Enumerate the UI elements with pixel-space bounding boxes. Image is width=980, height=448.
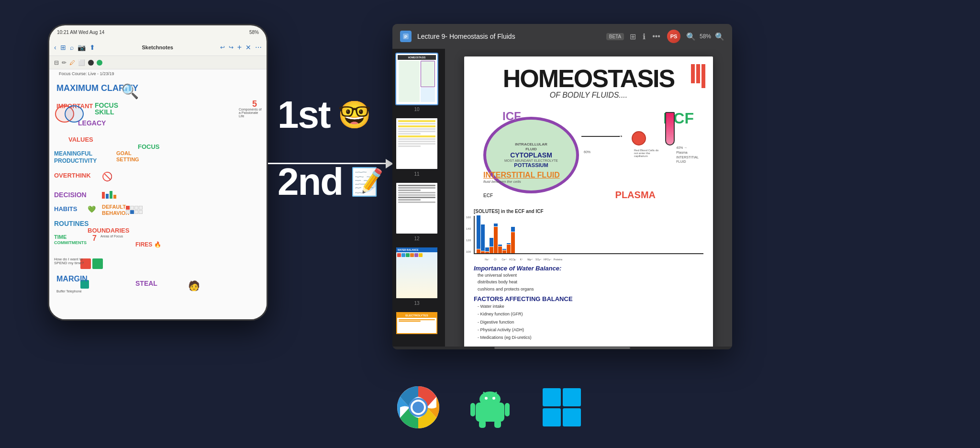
heart-icon: 💚 (88, 205, 96, 213)
sidebar-toggle-icon[interactable]: ⊞ (630, 32, 636, 41)
ellipsis-icon[interactable]: ••• (652, 32, 660, 41)
thumbnail-electrolytes[interactable]: ELECTROLYTES (395, 311, 438, 335)
thumb-line-2 (398, 128, 435, 130)
ecf-sub-labels: 40% → Plasma INTERSTITIAL FLUID (676, 146, 699, 164)
sketch-time: TIME (54, 235, 67, 240)
electrolyte-line-1 (399, 319, 435, 320)
sketch-setting: SETTING (116, 157, 139, 162)
color-green[interactable] (97, 60, 102, 66)
wb-item-3: cushions and protects organs (478, 286, 703, 292)
thumbnail-11[interactable]: 11 (395, 117, 438, 178)
electrolyte-line-2 (399, 321, 421, 322)
color-black[interactable] (88, 60, 94, 66)
share-icon[interactable]: ⬆ (89, 44, 95, 51)
thumb-img-13: WATER BALANCE (395, 246, 438, 299)
hpo4-icf-bar (507, 245, 511, 253)
pdf-title: Lecture 9- Homeostasis of Fluids (417, 33, 601, 40)
mg-bar-group (498, 245, 502, 253)
sketch-overthink: OVERTHINK (54, 172, 91, 179)
k-icf-bar (494, 227, 498, 253)
x-label-so4: SO₄²⁻ (535, 258, 543, 261)
solute-bar-chart: 160 140 120 100 (474, 216, 703, 254)
zoom-out-icon[interactable]: 🔍 (686, 32, 696, 41)
thumb-line-7 (398, 143, 435, 145)
chart-x-labels: Na⁺ Cl⁻ Ca²⁺ HCO₃⁻ K⁺ Mg²⁺ SO₄²⁻ HPO₄²⁻ … (483, 258, 703, 261)
water-balance-title: Importance of Water Balance: (474, 265, 703, 272)
thumbnail-13[interactable]: WATER BALANCE 13 (395, 246, 438, 307)
wb-item-1: the universal solvent (478, 272, 703, 279)
step-1-row: 1st 🤓 (278, 96, 402, 134)
user-avatar[interactable]: PS (667, 30, 680, 43)
protein-bar-group (511, 227, 515, 253)
pdf-scrollbar-thumb[interactable] (494, 347, 630, 349)
so4-bar-group (502, 249, 506, 253)
svg-point-5 (412, 402, 424, 413)
back-icon[interactable]: ‹ (54, 44, 56, 51)
close-icon[interactable]: ✕ (245, 44, 251, 51)
cl-bar-group (481, 224, 485, 253)
x-label-hpo4: HPO₄²⁻ (544, 258, 551, 261)
thumb-dark-line-1 (398, 185, 435, 186)
add-icon[interactable]: + (237, 43, 242, 52)
sketch-course-title: Focus Course: Live - 1/23/19 (59, 72, 114, 76)
tablet-content: Focus Course: Live - 1/23/19 MAXIMUM CLA… (49, 69, 267, 319)
sketch-bottom-notes: Buffer Telephone (56, 290, 152, 293)
red-bar-3 (702, 64, 705, 88)
thumbnail-12[interactable]: 12 (395, 182, 438, 243)
cl-icf-bar (481, 251, 485, 253)
tablet-drawing-tools: ⊟ ✏ 🖊 ⬜ (49, 56, 267, 69)
plasma-tube (665, 112, 675, 146)
sketch-spend: How do I want toSPEND my time? (54, 258, 84, 265)
undo-icon[interactable]: ↩ (220, 44, 225, 51)
thumb-electrolytes-body (397, 318, 436, 323)
svg-point-8 (485, 397, 488, 400)
so4-icf-bar (502, 250, 506, 253)
hco3-ecf-bar (490, 238, 493, 246)
zoom-in-icon[interactable]: 🔍 (715, 32, 724, 41)
red-bar-2 (696, 64, 700, 83)
pen-icon[interactable]: ✏ (62, 59, 67, 66)
factors-title: FACTORS AFFECTING BALANCE (474, 295, 703, 302)
step-2-row: 2nd 📝 (278, 163, 402, 201)
tablet-device: 10:21 AM Wed Aug 14 58% ‹ ⊞ ⌕ 📷 ⬆ Sketch… (48, 24, 268, 321)
tablet-toolbar: ‹ ⊞ ⌕ 📷 ⬆ Sketchnotes ↩ ↪ + ✕ ⋯ (49, 39, 267, 56)
thumb-dark-line-2 (398, 187, 435, 189)
interstitial-note: fluid between the cells (483, 179, 560, 184)
highlighter-icon[interactable]: 🖊 (69, 59, 75, 66)
info-icon[interactable]: ℹ (643, 32, 646, 41)
rbc-note: Red Blood Cells do not enter the capilla… (634, 149, 663, 157)
mg-ecf-bar (498, 245, 502, 246)
thumb-13-body (396, 252, 437, 298)
thumb-13-header: WATER BALANCE (396, 247, 437, 252)
pdf-scrollbar[interactable] (392, 347, 732, 349)
thumb-img-12 (395, 182, 438, 235)
camera-icon[interactable]: 📷 (78, 44, 86, 51)
chart-bar-group (477, 218, 515, 253)
thumb-line-6 (398, 141, 435, 142)
pdf-page: HOMEOSTASIS OF BODILY FLUIDS.... INTRACE… (464, 56, 713, 347)
protein-icf-bar (511, 232, 515, 253)
ecf-wave-label: ECF (483, 193, 493, 198)
redo-icon[interactable]: ↪ (229, 44, 234, 51)
search-icon[interactable]: ⌕ (70, 44, 74, 51)
thumb-10-body (398, 60, 436, 103)
thumb-dark-line-3 (398, 190, 421, 191)
sketch-steal: STEAL (135, 280, 157, 287)
gallery-icon[interactable]: ⊟ (54, 59, 59, 66)
eraser-icon[interactable]: ⬜ (78, 59, 85, 66)
pdf-viewer: P Lecture 9- Homeostasis of Fluids BETA … (392, 24, 732, 349)
svg-rect-15 (494, 420, 501, 428)
hco3-bar-group (490, 238, 493, 253)
pdf-titlebar: P Lecture 9- Homeostasis of Fluids BETA … (392, 24, 732, 49)
grid-icon[interactable]: ⊞ (60, 44, 66, 51)
hpo4-bar-group (507, 243, 511, 253)
thumbnail-10[interactable]: HOMEOSTASIS 10 (395, 53, 438, 113)
sketchnote-canvas: Focus Course: Live - 1/23/19 MAXIMUM CLA… (49, 69, 267, 319)
more-icon[interactable]: ⋯ (255, 44, 262, 51)
android-icon (468, 386, 512, 429)
mg-icf-bar (498, 246, 502, 253)
thumb-dark-line-6 (398, 197, 435, 198)
plasma-label-bottom: PLASMA (615, 190, 656, 201)
factor-4: - Physical Activity (ADH) (478, 326, 703, 334)
person-icon: 🧑 (188, 280, 200, 291)
